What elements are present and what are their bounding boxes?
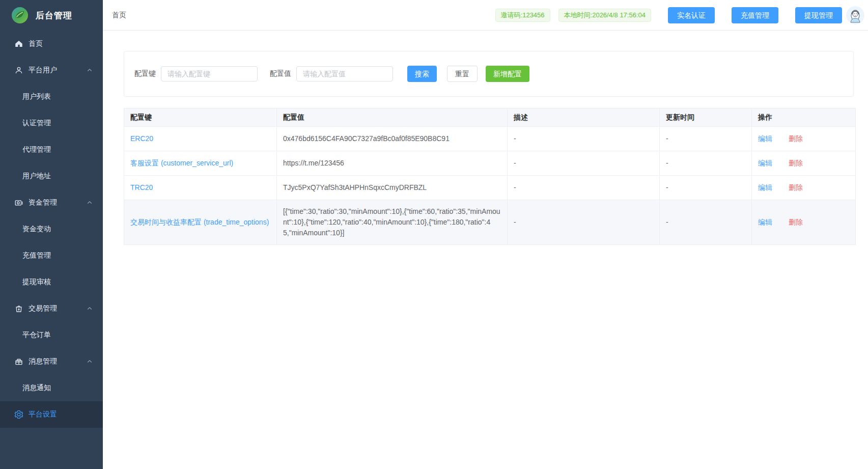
main-area: 首页 邀请码:123456 本地时间:2026/4/8 17:56:04 实名认…	[103, 0, 868, 469]
sidebar-item-label: 消息通知	[22, 383, 51, 393]
config-key-input[interactable]	[161, 66, 258, 81]
sidebar-item-auth-manage[interactable]: 认证管理	[0, 110, 103, 136]
table-row: 交易时间与收益率配置 (trade_time_options) [{"time"…	[124, 200, 856, 245]
sidebar-item-label: 充值管理	[22, 251, 51, 260]
search-button[interactable]: 搜索	[407, 66, 437, 82]
updated-cell: -	[660, 200, 752, 245]
sidebar-item-label: 消息管理	[29, 357, 57, 366]
app-logo-icon	[11, 7, 29, 24]
edit-link[interactable]: 编辑	[758, 183, 772, 191]
delete-link[interactable]: 删除	[789, 218, 803, 226]
config-value-cell: https://t.me/123456	[277, 151, 508, 176]
chevron-up-icon	[87, 358, 93, 365]
sidebar-item-label: 交易管理	[29, 304, 57, 313]
sidebar-item-recharge-manage[interactable]: 充值管理	[0, 242, 103, 269]
chevron-up-icon	[87, 306, 93, 312]
kyc-button[interactable]: 实名认证	[668, 7, 715, 23]
description-cell: -	[508, 200, 660, 245]
config-value-input[interactable]	[296, 66, 393, 81]
edit-link[interactable]: 编辑	[758, 134, 772, 143]
sidebar: 后台管理 首页 平台用户 用户列表 认证	[0, 0, 103, 469]
sidebar-item-withdraw-review[interactable]: 提现审核	[0, 269, 103, 295]
sidebar-item-label: 用户地址	[22, 172, 51, 181]
page-content: 配置键 配置值 搜索 重置 新增配置 配置键 配置值 描述	[103, 31, 868, 469]
local-time-badge: 本地时间:2026/4/8 17:56:04	[558, 9, 651, 22]
col-updated-at: 更新时间	[660, 108, 752, 127]
gear-icon	[14, 410, 23, 419]
trade-bag-icon	[14, 304, 23, 313]
sidebar-item-user-address[interactable]: 用户地址	[0, 163, 103, 189]
app-title: 后台管理	[36, 10, 72, 21]
updated-cell: -	[660, 176, 752, 200]
table-row: TRC20 TJyc5PxQ7YafSh3tAHPHnSqxcCmyDRFBZL…	[124, 176, 856, 200]
withdraw-manage-button[interactable]: 提现管理	[795, 7, 842, 23]
sidebar-group-funds[interactable]: 资金管理	[0, 189, 103, 216]
description-cell: -	[508, 151, 660, 176]
col-config-key: 配置键	[124, 108, 277, 127]
sidebar-item-label: 资金管理	[29, 198, 57, 207]
sidebar-item-user-list[interactable]: 用户列表	[0, 84, 103, 110]
sidebar-item-close-orders[interactable]: 平仓订单	[0, 322, 103, 348]
config-table-wrap: 配置键 配置值 描述 更新时间 操作 ERC20 0x476bd6156C4FA…	[124, 108, 856, 245]
reset-button[interactable]: 重置	[447, 66, 478, 82]
box-icon	[14, 357, 23, 366]
description-cell: -	[508, 176, 660, 200]
sidebar-group-trade[interactable]: 交易管理	[0, 295, 103, 322]
config-key-link[interactable]: 交易时间与收益率配置 (trade_time_options)	[130, 218, 269, 226]
sidebar-item-label: 首页	[29, 39, 43, 48]
invite-code-badge: 邀请码:123456	[495, 9, 550, 22]
config-table: 配置键 配置值 描述 更新时间 操作 ERC20 0x476bd6156C4FA…	[124, 108, 856, 245]
sidebar-group-platform-users[interactable]: 平台用户	[0, 57, 103, 84]
config-key-label: 配置键	[134, 69, 156, 78]
chevron-up-icon	[87, 67, 93, 73]
sidebar-item-agent-manage[interactable]: 代理管理	[0, 136, 103, 163]
config-value-cell: 0x476bd6156C4FA90C7327a9fBc0af0f85E90B8C…	[277, 127, 508, 151]
breadcrumb[interactable]: 首页	[112, 11, 126, 20]
sidebar-item-message-notify[interactable]: 消息通知	[0, 375, 103, 401]
sidebar-item-label: 资金变动	[22, 225, 51, 234]
sidebar-item-home[interactable]: 首页	[0, 31, 103, 57]
filter-card: 配置键 配置值 搜索 重置 新增配置	[124, 51, 854, 97]
config-value-cell: TJyc5PxQ7YafSh3tAHPHnSqxcCmyDRFBZL	[277, 176, 508, 200]
sidebar-item-label: 提现审核	[22, 278, 51, 287]
sidebar-group-messages[interactable]: 消息管理	[0, 348, 103, 375]
delete-link[interactable]: 删除	[789, 159, 803, 167]
edit-link[interactable]: 编辑	[758, 159, 772, 167]
admin-app: 后台管理 首页 平台用户 用户列表 认证	[0, 0, 868, 469]
sidebar-item-label: 认证管理	[22, 119, 51, 128]
home-icon	[14, 39, 23, 48]
table-row: 客服设置 (customer_service_url) https://t.me…	[124, 151, 856, 176]
sidebar-menu: 首页 平台用户 用户列表 认证管理 代理管理 用户地址	[0, 31, 103, 428]
recharge-manage-button[interactable]: 充值管理	[732, 7, 778, 23]
sidebar-item-label: 代理管理	[22, 145, 51, 154]
config-key-link[interactable]: ERC20	[130, 134, 153, 143]
add-config-button[interactable]: 新增配置	[486, 66, 529, 82]
col-operations: 操作	[752, 108, 856, 127]
header-actions: 邀请码:123456 本地时间:2026/4/8 17:56:04 实名认证 充…	[487, 6, 864, 24]
sidebar-item-label: 平仓订单	[22, 330, 51, 340]
sidebar-item-fund-changes[interactable]: 资金变动	[0, 216, 103, 242]
money-icon	[14, 198, 23, 207]
config-key-link[interactable]: TRC20	[130, 183, 153, 191]
user-icon	[14, 66, 23, 75]
sidebar-item-label: 平台设置	[29, 410, 57, 419]
updated-cell: -	[660, 127, 752, 151]
chevron-up-icon	[87, 200, 93, 206]
updated-cell: -	[660, 151, 752, 176]
user-avatar[interactable]	[846, 6, 864, 24]
table-row: ERC20 0x476bd6156C4FA90C7327a9fBc0af0f85…	[124, 127, 856, 151]
sidebar-item-label: 平台用户	[29, 66, 57, 75]
config-value-cell: [{"time":30,"ratio":30,"minAmount":10},{…	[277, 200, 508, 245]
edit-link[interactable]: 编辑	[758, 218, 772, 226]
description-cell: -	[508, 127, 660, 151]
sidebar-item-platform-settings[interactable]: 平台设置	[0, 401, 103, 428]
sidebar-item-label: 用户列表	[22, 92, 51, 101]
top-header: 首页 邀请码:123456 本地时间:2026/4/8 17:56:04 实名认…	[103, 0, 868, 31]
config-key-link[interactable]: 客服设置 (customer_service_url)	[130, 159, 233, 167]
delete-link[interactable]: 删除	[789, 134, 803, 143]
logo-row: 后台管理	[0, 0, 103, 31]
delete-link[interactable]: 删除	[789, 183, 803, 191]
table-header-row: 配置键 配置值 描述 更新时间 操作	[124, 108, 856, 127]
col-config-value: 配置值	[277, 108, 508, 127]
config-value-label: 配置值	[270, 69, 291, 78]
